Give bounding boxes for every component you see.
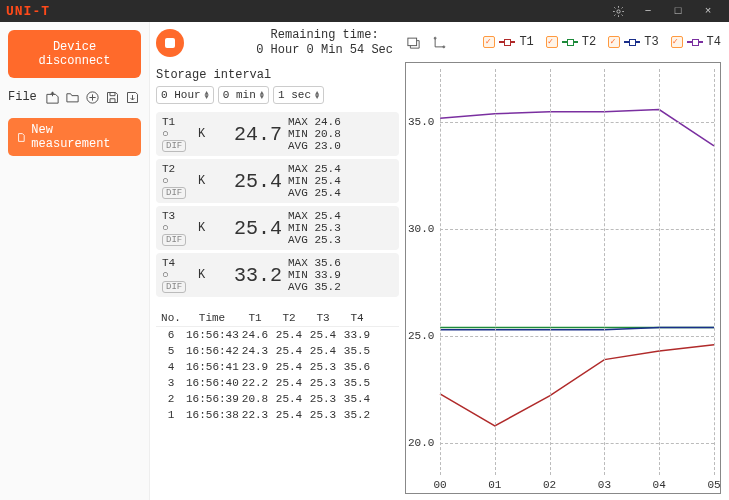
channel-unit: K [198,268,218,282]
series-T4 [440,110,714,146]
y-tick-label: 30.0 [408,223,434,235]
file-label: File [8,90,37,104]
svg-rect-2 [407,38,416,46]
file-row: File [8,84,141,112]
svg-point-0 [616,9,619,12]
stop-record-button[interactable] [156,29,184,57]
channel-unit: K [198,127,218,141]
series-T1 [440,345,714,426]
minimize-icon[interactable]: − [633,0,663,22]
gear-icon[interactable] [603,0,633,22]
save-icon[interactable] [105,88,121,106]
channel-card: T4○DIFK33.2MAX 35.6MIN 33.9AVG 35.2 [156,253,399,297]
legend-line-icon [499,41,515,43]
x-tick-label: 03 [598,479,611,491]
channel-max: MAX 25.4 [288,163,358,175]
visibility-icon[interactable]: ○ [162,128,169,140]
line-chart[interactable]: 20.025.030.035.0000102030405 [405,62,721,494]
x-tick-label: 02 [543,479,556,491]
axis-settings-icon[interactable] [431,34,447,50]
table-row: 316:56:4022.225.425.335.5 [156,375,399,391]
channel-name: T4 [162,257,198,269]
min-spinner[interactable]: 0 min▲▼ [218,86,269,104]
x-gridline [714,69,715,475]
y-gridline [440,443,714,444]
legend-item[interactable]: T2 [546,35,596,49]
export-image-icon[interactable] [405,34,421,50]
export-icon[interactable] [125,88,141,106]
legend-item[interactable]: T3 [608,35,658,49]
x-tick-label: 00 [433,479,446,491]
channel-avg: AVG 25.3 [288,234,358,246]
dif-badge[interactable]: DIF [162,281,186,293]
legend-checkbox[interactable] [483,36,495,48]
legend-line-icon [687,41,703,43]
channel-avg: AVG 35.2 [288,281,358,293]
channel-min: MIN 25.3 [288,222,358,234]
channel-name: T3 [162,210,198,222]
channel-min: MIN 25.4 [288,175,358,187]
channel-cards: T1○DIFK24.7MAX 24.6MIN 20.8AVG 23.0T2○DI… [156,112,399,300]
close-icon[interactable]: × [693,0,723,22]
dif-badge[interactable]: DIF [162,140,186,152]
legend-line-icon [562,41,578,43]
channel-avg: AVG 25.4 [288,187,358,199]
storage-interval-label: Storage interval [156,68,399,82]
remaining-time: Remaining time: 0 Hour 0 Min 54 Sec [256,28,399,58]
storage-interval-row: 0 Hour▲▼ 0 min▲▼ 1 sec▲▼ [156,86,399,104]
add-icon[interactable] [85,88,101,106]
legend-checkbox[interactable] [546,36,558,48]
y-tick-label: 20.0 [408,437,434,449]
table-row: 516:56:4224.325.425.435.5 [156,343,399,359]
x-gridline [495,69,496,475]
channel-unit: K [198,174,218,188]
table-row: 416:56:4123.925.425.335.6 [156,359,399,375]
maximize-icon[interactable]: □ [663,0,693,22]
channel-value: 33.2 [218,264,288,287]
y-tick-label: 25.0 [408,330,434,342]
import-icon[interactable] [45,88,61,106]
dif-badge[interactable]: DIF [162,187,186,199]
legend-item[interactable]: T4 [671,35,721,49]
legend-item[interactable]: T1 [483,35,533,49]
dif-badge[interactable]: DIF [162,234,186,246]
legend-checkbox[interactable] [671,36,683,48]
x-tick-label: 04 [653,479,666,491]
channel-max: MAX 25.4 [288,210,358,222]
visibility-icon[interactable]: ○ [162,222,169,234]
data-table: No.TimeT1T2T3T4 616:56:4324.625.425.433.… [156,310,399,423]
channel-value: 25.4 [218,217,288,240]
visibility-icon[interactable]: ○ [162,269,169,281]
channel-min: MIN 33.9 [288,269,358,281]
visibility-icon[interactable]: ○ [162,175,169,187]
device-disconnect-button[interactable]: Device disconnect [8,30,141,78]
table-row: 116:56:3822.325.425.335.2 [156,407,399,423]
chart-panel: T1T2T3T4 20.025.030.035.0000102030405 [405,22,729,500]
legend-line-icon [624,41,640,43]
channel-card: T2○DIFK25.4MAX 25.4MIN 25.4AVG 25.4 [156,159,399,203]
channel-card: T1○DIFK24.7MAX 24.6MIN 20.8AVG 23.0 [156,112,399,156]
window-controls: − □ × [603,0,723,22]
channel-max: MAX 35.6 [288,257,358,269]
chart-toolbar: T1T2T3T4 [405,28,721,56]
titlebar: UNI-T − □ × [0,0,729,22]
y-gridline [440,229,714,230]
channel-avg: AVG 23.0 [288,140,358,152]
hour-spinner[interactable]: 0 Hour▲▼ [156,86,214,104]
folder-icon[interactable] [65,88,81,106]
x-gridline [440,69,441,475]
x-gridline [550,69,551,475]
channel-value: 25.4 [218,170,288,193]
y-tick-label: 35.0 [408,116,434,128]
brand-logo: UNI-T [6,4,50,19]
channel-card: T3○DIFK25.4MAX 25.4MIN 25.3AVG 25.3 [156,206,399,250]
table-row: 216:56:3920.825.425.335.4 [156,391,399,407]
y-gridline [440,336,714,337]
y-gridline [440,122,714,123]
sec-spinner[interactable]: 1 sec▲▼ [273,86,324,104]
x-gridline [604,69,605,475]
x-gridline [659,69,660,475]
tab-new-measurement[interactable]: New measurement [8,118,141,156]
document-icon [16,132,26,143]
legend-checkbox[interactable] [608,36,620,48]
